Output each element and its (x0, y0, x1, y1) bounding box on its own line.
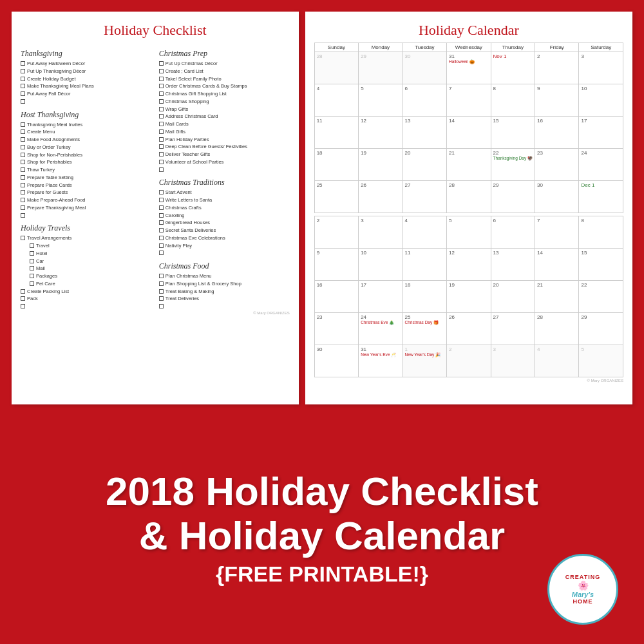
calendar-cell: 12 (447, 249, 491, 281)
calendar-cell: 16 (314, 281, 358, 313)
calendar-cell: 7 (447, 84, 491, 117)
list-item: Take/ Select Family Photo (159, 76, 290, 82)
list-item: Make Prepare-Ahead Food (21, 197, 151, 204)
list-item: Gingerbread Houses (159, 220, 290, 226)
calendar-cell: 14 (535, 249, 579, 281)
calendar-cell: 29 (579, 313, 623, 345)
calendar-cell: 19 (359, 149, 402, 181)
calendar-cell: 22Thanksgiving Day 🦃 (491, 149, 535, 181)
list-item: Hotel (21, 251, 151, 257)
logo-bottom: HOME (573, 598, 593, 605)
list-item: Prepare Place Cards (21, 182, 151, 189)
list-item: Shop for Non-Perishables (21, 152, 151, 158)
list-item: Shop for Perishables (21, 159, 151, 166)
calendar-cell: 23 (535, 149, 579, 181)
calendar-cell: 8 (491, 84, 535, 117)
calendar-cell: 14 (447, 117, 491, 149)
calendar-cell: 25 (314, 181, 358, 213)
list-item: Packages (21, 273, 151, 279)
list-item: Thaw Turkey (21, 167, 151, 173)
list-item: Plan Christmas Menu (159, 273, 290, 279)
calendar-panel: Holiday Calendar Sunday Monday Tuesday W… (305, 12, 632, 404)
calendar-cell: Dec 1 (579, 181, 623, 213)
list-item (159, 250, 290, 256)
list-item: Address Christmas Card (159, 113, 290, 120)
section-thanksgiving: Thanksgiving Put Away Halloween Décor Pu… (21, 49, 151, 105)
list-item: Treat Deliveries (159, 296, 290, 302)
list-item: Deliver Teacher Gifts (159, 151, 290, 158)
list-item: Christmas Crafts (159, 205, 290, 211)
calendar-cell: 2 (447, 345, 491, 377)
calendar-cell: 28 (535, 313, 579, 345)
list-item: Put Away Halloween Décor (21, 61, 151, 67)
list-item: Car (21, 258, 151, 265)
calendar-cell: 31Halloween 🎃 (447, 52, 491, 84)
calendar-cell: 2 (314, 216, 358, 249)
calendar-cell: 11 (402, 249, 446, 281)
calendar-cell: 5 (359, 84, 402, 117)
list-item: Thanksgiving Meal Invites (21, 122, 151, 128)
list-item (159, 167, 290, 173)
calendar-cell: 27 (402, 181, 446, 213)
list-item: Christmas Gift Shopping List (159, 91, 290, 97)
list-item: Write Letters to Santa (159, 197, 290, 204)
list-item: Secret Santa Deliveries (159, 227, 290, 234)
calendar-cell: 3 (491, 345, 535, 377)
list-item: Order Christmas Cards & Buy Stamps (159, 83, 290, 90)
calendar-cell: 26 (359, 181, 402, 213)
calendar-cell: 24Christmas Eve 🎄 (359, 313, 402, 345)
list-item: Put Away Fall Décor (21, 91, 151, 97)
weekday-thursday: Thursday (491, 43, 535, 52)
weekday-tuesday: Tuesday (402, 43, 446, 52)
calendar-cell: 15 (579, 249, 623, 281)
calendar-cell: 9 (535, 84, 579, 117)
calendar-cell: 20 (402, 149, 446, 181)
calendar-cell: 6 (491, 216, 535, 249)
logo-circle: CREATING 🌸 Mary's HOME (547, 554, 618, 625)
list-item: Create Menu (21, 129, 151, 135)
calendar-cell: 20 (491, 281, 535, 313)
november-calendar: Sunday Monday Tuesday Wednesday Thursday… (314, 43, 623, 213)
list-item: Prepare Thanksgiving Meal (21, 205, 151, 211)
checklist-title: Holiday Checklist (21, 22, 290, 39)
weekday-wednesday: Wednesday (447, 43, 491, 52)
list-item: Nativity Play (159, 243, 290, 249)
list-item: Mail (21, 265, 151, 272)
calendar-cell: 17 (359, 281, 402, 313)
bottom-section: 2018 Holiday Checklist & Holiday Calenda… (0, 412, 644, 644)
calendar-cell: 21 (535, 281, 579, 313)
section-holiday-travels: Holiday Travels Travel Arrangements Trav… (21, 223, 151, 310)
list-item (21, 303, 151, 310)
list-item: Mail Cards (159, 121, 290, 128)
logo-flower: 🌸 (578, 580, 589, 591)
copyright: © Mary ORGANIZES (159, 311, 290, 315)
calendar-cell: 25Christmas Day 🎁 (402, 313, 446, 345)
calendar-cell: 12 (359, 117, 402, 149)
list-item: Deep Clean Before Guests/ Festivities (159, 144, 290, 150)
calendar-cell: 18 (402, 281, 446, 313)
calendar-cell: 11 (314, 117, 358, 149)
list-item: Buy or Order Turkey (21, 144, 151, 151)
calendar-cell: 10 (359, 249, 402, 281)
list-item: Carolling (159, 213, 290, 219)
section-christmas-prep: Christmas Prep Put Up Christmas Décor Cr… (159, 49, 290, 173)
calendar-cell: 26 (447, 313, 491, 345)
list-item (159, 303, 290, 310)
list-item: Volunteer at School Parties (159, 159, 290, 166)
december-calendar: 2 3 4 5 6 7 8 9 10 11 12 13 14 15 (314, 216, 623, 377)
logo-top: CREATING (565, 574, 600, 581)
list-item: Travel (21, 243, 151, 249)
calendar-cell: 24 (579, 149, 623, 181)
bottom-line2: & Holiday Calendar (139, 514, 505, 558)
calendar-cell: 21 (447, 149, 491, 181)
list-item: Christmas Eve Celebrations (159, 235, 290, 242)
bottom-subtitle: {FREE PRINTABLE!} (216, 562, 428, 587)
list-item: Christmas Shopping (159, 99, 290, 105)
calendar-cell: 2 (535, 52, 579, 84)
list-item: Mail Gifts (159, 129, 290, 135)
calendar-cell: 30 (535, 181, 579, 213)
calendar-cell: 16 (535, 117, 579, 149)
calendar-cell: 5 (579, 345, 623, 377)
checklist-col-left: Thanksgiving Put Away Halloween Décor Pu… (21, 44, 151, 315)
calendar-cell: 10 (579, 84, 623, 117)
